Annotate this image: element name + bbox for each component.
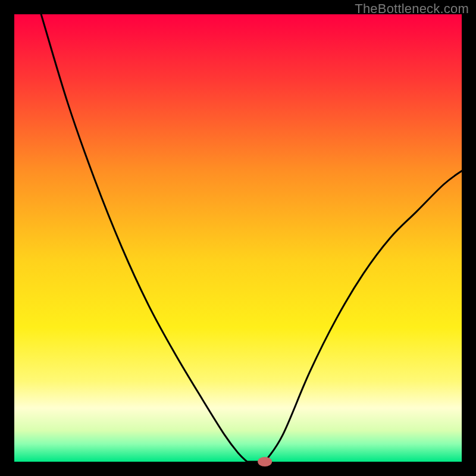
chart-frame [0,0,476,476]
gradient-plot-area [14,14,462,462]
bottleneck-chart [0,0,476,476]
watermark: TheBottleneck.com [355,1,469,17]
optimum-marker [258,457,272,466]
